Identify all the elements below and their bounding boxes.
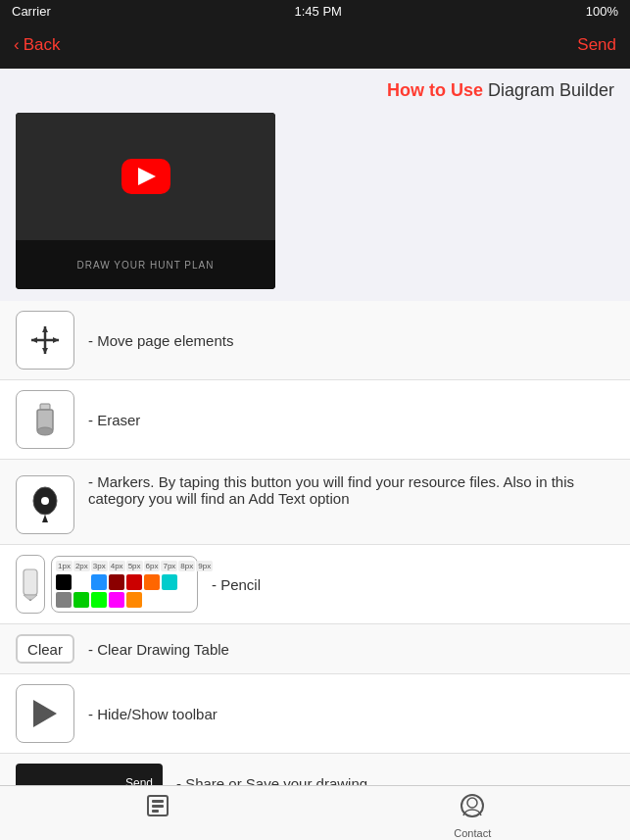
color-swatch[interactable] bbox=[144, 574, 160, 590]
svg-marker-2 bbox=[42, 326, 48, 332]
pencil-widget-container: 1px2px3px4px5px6px7px8px9px bbox=[16, 555, 198, 614]
color-swatch[interactable] bbox=[56, 574, 72, 590]
pencil-size-btn[interactable]: 7px bbox=[161, 561, 177, 571]
svg-point-20 bbox=[467, 798, 477, 808]
markers-icon bbox=[16, 475, 74, 534]
back-label: Back bbox=[24, 35, 61, 55]
color-swatch[interactable] bbox=[109, 592, 124, 608]
status-bar: Carrier 1:45 PM 100% bbox=[0, 0, 630, 22]
diagram-icon bbox=[144, 792, 171, 825]
svg-marker-3 bbox=[42, 348, 48, 354]
back-button[interactable]: ‹ Back bbox=[14, 35, 60, 55]
status-right: 100% bbox=[586, 4, 618, 19]
svg-marker-11 bbox=[42, 515, 48, 522]
contact-icon bbox=[459, 792, 486, 825]
carrier-label: Carrier bbox=[12, 4, 51, 19]
feature-row-pencil: 1px2px3px4px5px6px7px8px9px - Pencil bbox=[0, 545, 630, 624]
feature-row-move: - Move page elements bbox=[0, 301, 630, 380]
page-title: How to Use Diagram Builder bbox=[0, 69, 630, 109]
feature-row-hide: - Hide/Show toolbar bbox=[0, 674, 630, 754]
color-swatch[interactable] bbox=[91, 574, 107, 590]
title-red: How to Use bbox=[387, 80, 483, 100]
video-screen bbox=[16, 113, 275, 240]
pencil-size-btn[interactable]: 5px bbox=[126, 561, 143, 571]
svg-rect-16 bbox=[152, 800, 164, 803]
video-bottom: DRAW YOUR HUNT PLAN bbox=[16, 240, 275, 289]
color-swatch[interactable] bbox=[109, 574, 124, 590]
tab-bar: Contact bbox=[0, 785, 630, 840]
svg-rect-18 bbox=[152, 810, 159, 813]
eraser-icon bbox=[16, 390, 74, 449]
markers-description: - Markers. By taping this button you wil… bbox=[88, 473, 614, 507]
battery-label: 100% bbox=[586, 4, 618, 19]
feature-row-eraser: - Eraser bbox=[0, 380, 630, 460]
pencil-description: - Pencil bbox=[212, 576, 614, 593]
tab-diagram[interactable] bbox=[119, 792, 197, 836]
pencil-widget: 1px2px3px4px5px6px7px8px9px bbox=[51, 556, 198, 613]
color-swatch[interactable] bbox=[56, 592, 72, 608]
color-swatch[interactable] bbox=[73, 574, 89, 590]
time-label: 1:45 PM bbox=[295, 4, 342, 19]
back-chevron-icon: ‹ bbox=[14, 35, 20, 55]
clear-description: - Clear Drawing Table bbox=[88, 641, 614, 658]
svg-rect-12 bbox=[24, 569, 37, 595]
feature-row-markers: - Markers. By taping this button you wil… bbox=[0, 460, 630, 545]
svg-rect-17 bbox=[152, 805, 164, 808]
title-black: Diagram Builder bbox=[483, 80, 614, 100]
color-swatch[interactable] bbox=[73, 592, 89, 608]
clear-label: Clear bbox=[27, 641, 63, 658]
feature-row-clear: Clear - Clear Drawing Table bbox=[0, 624, 630, 674]
hide-description: - Hide/Show toolbar bbox=[88, 706, 614, 722]
nav-bar: ‹ Back Send bbox=[0, 22, 630, 69]
tab-contact-label: Contact bbox=[454, 827, 491, 839]
svg-marker-4 bbox=[31, 337, 37, 343]
color-swatch[interactable] bbox=[162, 574, 177, 590]
pencil-size-btn[interactable]: 8px bbox=[178, 561, 195, 571]
move-description: - Move page elements bbox=[88, 332, 614, 349]
color-swatch[interactable] bbox=[126, 592, 142, 608]
video-container[interactable]: Badger App Preview ↗ DRAW YOUR HUNT PLAN bbox=[16, 113, 275, 289]
move-icon bbox=[16, 311, 74, 370]
pencil-size-btn[interactable]: 1px bbox=[56, 561, 73, 571]
eraser-description: - Eraser bbox=[88, 412, 614, 428]
pencil-size-btn[interactable]: 9px bbox=[196, 561, 213, 571]
clear-button[interactable]: Clear bbox=[16, 634, 74, 664]
pencil-size-btn[interactable]: 2px bbox=[73, 561, 90, 571]
svg-point-8 bbox=[37, 427, 53, 435]
send-button[interactable]: Send bbox=[577, 35, 616, 55]
video-bottom-text: DRAW YOUR HUNT PLAN bbox=[77, 260, 215, 271]
hide-toolbar-icon bbox=[16, 684, 74, 743]
pencil-main-icon bbox=[16, 555, 45, 614]
svg-marker-5 bbox=[53, 337, 59, 343]
pencil-size-btn[interactable]: 6px bbox=[144, 561, 161, 571]
color-swatch[interactable] bbox=[126, 574, 142, 590]
tab-contact[interactable]: Contact bbox=[433, 792, 511, 836]
svg-point-10 bbox=[41, 497, 49, 505]
color-swatch[interactable] bbox=[91, 592, 107, 608]
svg-rect-6 bbox=[40, 404, 50, 410]
feature-list: - Move page elements - Eraser bbox=[0, 301, 630, 814]
send-label: Send bbox=[577, 35, 616, 54]
youtube-play-icon[interactable] bbox=[121, 159, 170, 194]
pencil-size-btn[interactable]: 4px bbox=[109, 561, 125, 571]
pencil-size-btn[interactable]: 3px bbox=[91, 561, 108, 571]
